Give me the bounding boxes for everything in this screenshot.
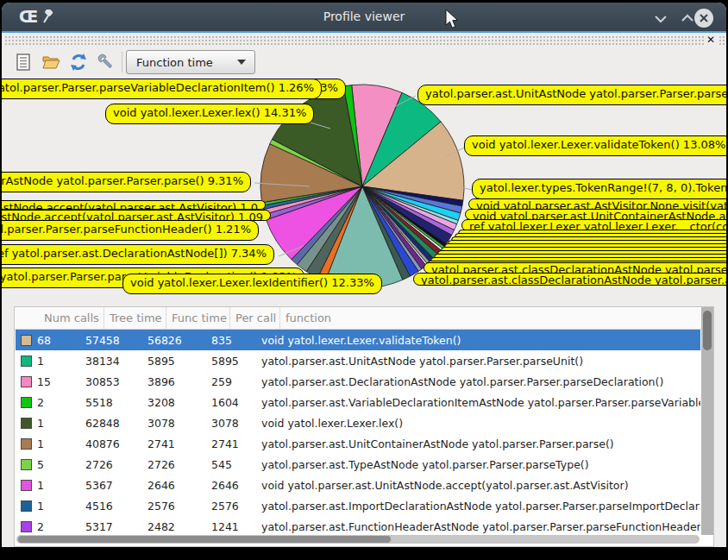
screen: Œ Profile viewer: [0, 0, 728, 560]
num-calls-cell: 1: [32, 437, 80, 450]
slice-color-swatch: [21, 335, 32, 346]
tree-time-cell: 62848: [80, 417, 142, 430]
per-call-cell: 3078: [206, 417, 256, 430]
slice-color-swatch: [21, 459, 32, 470]
table-row[interactable]: 527262726545yatol.parser.ast.TypeAstNode…: [16, 454, 700, 475]
per-call-cell: 1241: [206, 520, 256, 533]
func-time-cell: 2482: [142, 520, 206, 533]
num-calls-cell: 68: [32, 334, 80, 347]
tree-time-cell: 30853: [80, 375, 142, 388]
chart-callout-label: void yatol.lexer.Lexer.validateToken() 1…: [464, 135, 726, 156]
table-row[interactable]: 16284830783078void yatol.lexer.Lexer.lex…: [16, 412, 700, 433]
func-time-cell: 3078: [142, 417, 206, 430]
num-calls-cell: 1: [32, 479, 80, 492]
slice-color-swatch: [21, 521, 32, 532]
func-time-cell: 3208: [142, 396, 206, 409]
chart-callout-label: yatol.lexer.types.TokenRange!(7, 8, 0).T…: [472, 179, 726, 199]
horizontal-scrollbar[interactable]: [16, 535, 700, 544]
column-header-Per call[interactable]: Per call: [230, 307, 280, 329]
table-row[interactable]: 15308533896259yatol.parser.ast.Declarati…: [16, 371, 700, 392]
func-time-cell: 2646: [142, 479, 206, 492]
chart-callout-label: atol.parser.Parser.parseFunctionHeader()…: [2, 220, 259, 241]
slice-color-swatch: [21, 418, 32, 429]
per-call-cell: 2576: [206, 500, 256, 513]
chart-callout-label: ainerAstNode yatol.parser.Parser.parse()…: [2, 172, 251, 192]
num-calls-cell: 2: [32, 520, 80, 533]
function-cell: yatol.parser.ast.VariableDeclarationItem…: [256, 396, 700, 409]
function-cell: yatol.parser.ast.UnitAstNode yatol.parse…: [256, 355, 700, 368]
func-time-cell: 56826: [142, 334, 206, 347]
column-header-function[interactable]: function: [280, 307, 701, 329]
tree-time-cell: 2726: [80, 458, 142, 471]
num-calls-cell: 1: [32, 500, 80, 513]
column-header-swatch[interactable]: [15, 307, 39, 329]
num-calls-cell: 1: [32, 417, 80, 430]
slice-color-swatch: [21, 500, 32, 512]
tree-time-cell: 38134: [80, 355, 142, 368]
func-time-cell: 2726: [142, 458, 206, 471]
chart-callout-label: void yatol.parser.ast.UnitAstNode.accept…: [2, 200, 266, 210]
function-cell: yatol.parser.ast.DeclarationAstNode yato…: [256, 375, 700, 388]
per-call-cell: 2646: [206, 479, 256, 492]
column-header-Num calls[interactable]: Num calls: [39, 307, 104, 329]
column-header-Tree time[interactable]: Tree time: [104, 307, 166, 329]
table-row[interactable]: 1536726462646void yatol.parser.ast.UnitA…: [16, 475, 700, 495]
slice-color-swatch: [21, 480, 32, 491]
function-cell: yatol.parser.ast.TypeAstNode yatol.parse…: [256, 458, 700, 471]
tree-time-cell: 5518: [80, 396, 142, 409]
per-call-cell: 259: [206, 375, 256, 388]
slice-color-swatch: [21, 356, 32, 367]
chart-callout-label: void yatol.lexer.Lexer.lex() 14.31%: [105, 104, 314, 124]
tree-time-cell: 4516: [80, 500, 142, 513]
horizontal-scrollbar-thumb[interactable]: [18, 536, 391, 543]
function-cell: yatol.parser.ast.UnitContainerAstNode ya…: [256, 437, 700, 450]
profile-viewer-window: Œ Profile viewer: [2, 3, 726, 547]
table-header: Num callsTree timeFunc timePer callfunct…: [15, 307, 701, 330]
func-time-cell: 2576: [142, 500, 206, 513]
tree-time-cell: 5367: [80, 479, 142, 492]
profile-table: Num callsTree timeFunc timePer callfunct…: [14, 306, 714, 547]
table-row[interactable]: 1451625762576yatol.parser.ast.ImportDecl…: [16, 495, 700, 516]
function-cell: yatol.parser.ast.FunctionHeaderAstNode y…: [256, 520, 700, 533]
vertical-scrollbar-thumb[interactable]: [703, 311, 712, 350]
func-time-cell: 2741: [142, 437, 206, 450]
func-time-cell: 3896: [142, 375, 206, 388]
per-call-cell: 835: [206, 334, 256, 347]
num-calls-cell: 5: [32, 458, 80, 471]
num-calls-cell: 15: [32, 375, 80, 388]
table-row[interactable]: 14087627412741yatol.parser.ast.UnitConta…: [16, 433, 700, 454]
function-cell: yatol.parser.ast.ImportDeclarationAstNod…: [256, 500, 700, 513]
tree-time-cell: 57458: [80, 334, 142, 347]
num-calls-cell: 2: [32, 396, 80, 409]
per-call-cell: 545: [206, 458, 256, 471]
table-row[interactable]: 2531724821241yatol.parser.ast.FunctionHe…: [16, 516, 700, 537]
column-header-Func time[interactable]: Func time: [166, 307, 230, 329]
function-cell: void yatol.parser.ast.UnitAstNode.accept…: [256, 479, 700, 492]
tree-time-cell: 5317: [80, 520, 142, 533]
chart-callout-label: yatol.parser.ast.classDeclarationAstNode…: [413, 273, 726, 286]
per-call-cell: 5895: [206, 355, 256, 368]
function-cell: void yatol.lexer.Lexer.validateToken(): [256, 334, 700, 347]
function-cell: void yatol.lexer.Lexer.lex(): [256, 417, 700, 430]
slice-color-swatch: [21, 397, 32, 408]
table-row[interactable]: 685745856826835void yatol.lexer.Lexer.va…: [16, 330, 700, 350]
vertical-scrollbar[interactable]: [701, 307, 713, 535]
func-time-cell: 5895: [142, 355, 206, 368]
slice-color-swatch: [21, 438, 32, 450]
chart-callout-label: void yatol.lexer.Lexer.lexIdentifier() 1…: [122, 274, 382, 294]
tree-time-cell: 40876: [80, 437, 142, 450]
chart-callout-label: yatol.parser.ast.UnitAstNode yatol.parse…: [417, 85, 726, 105]
chart-callout-label: de yatol.parser.Parser.parseVariableDecl…: [2, 79, 322, 99]
per-call-cell: 1604: [206, 396, 256, 409]
per-call-cell: 2741: [206, 437, 256, 450]
table-row[interactable]: 2551832081604yatol.parser.ast.VariableDe…: [16, 392, 700, 412]
chart-callout-label: ns(ref yatol.parser.ast.DeclarationAstNo…: [2, 244, 274, 265]
num-calls-cell: 1: [32, 355, 80, 368]
slice-color-swatch: [21, 376, 32, 387]
table-row[interactable]: 13813458955895yatol.parser.ast.UnitAstNo…: [16, 350, 700, 371]
